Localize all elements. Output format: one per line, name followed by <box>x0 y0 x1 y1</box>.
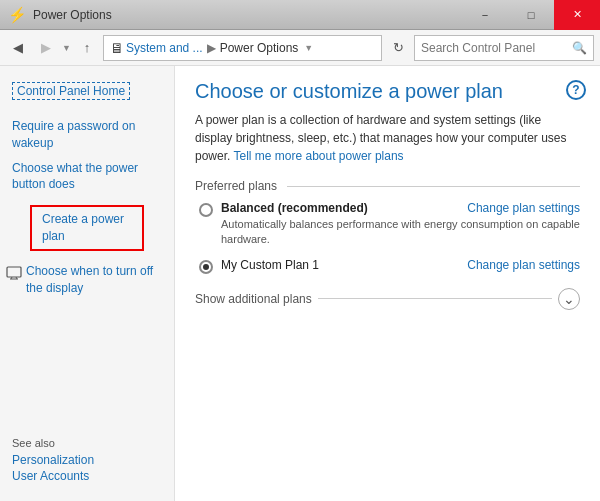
show-additional-label: Show additional plans <box>195 292 312 306</box>
balanced-radio[interactable] <box>199 203 213 217</box>
breadcrumb-sep1: ▶ <box>207 41 216 55</box>
close-button[interactable]: ✕ <box>554 0 600 30</box>
balanced-plan-name: Balanced (recommended) <box>221 201 368 215</box>
content-area: ? Choose or customize a power plan A pow… <box>175 66 600 501</box>
title-bar-title: Power Options <box>33 8 112 22</box>
sidebar-item-turn-off-row: Choose when to turn off the display <box>0 259 174 301</box>
title-bar: ⚡ Power Options − □ ✕ <box>0 0 600 30</box>
see-also: See also Personalization User Accounts <box>0 427 174 491</box>
minimize-button[interactable]: − <box>462 0 508 30</box>
sidebar-item-turn-off-display[interactable]: Choose when to turn off the display <box>26 263 168 297</box>
up-button[interactable]: ↑ <box>75 36 99 60</box>
custom-plan-name: My Custom Plan 1 <box>221 258 319 272</box>
balanced-plan-desc: Automatically balances performance with … <box>221 217 580 248</box>
see-also-label: See also <box>12 437 162 449</box>
see-also-user-accounts[interactable]: User Accounts <box>12 469 162 483</box>
custom-plan-info: My Custom Plan 1 Change plan settings <box>221 258 580 272</box>
search-input[interactable] <box>421 41 572 55</box>
balanced-plan-info: Balanced (recommended) Change plan setti… <box>221 201 580 248</box>
content-title: Choose or customize a power plan <box>195 80 580 103</box>
search-box: 🔍 <box>414 35 594 61</box>
divider-line <box>318 298 552 299</box>
back-button[interactable]: ◀ <box>6 36 30 60</box>
refresh-button[interactable]: ↻ <box>386 36 410 60</box>
plan-item-balanced: Balanced (recommended) Change plan setti… <box>195 201 580 248</box>
content-description: A power plan is a collection of hardware… <box>195 111 580 165</box>
sidebar-item-create-plan[interactable]: Create a power plan <box>30 205 144 251</box>
chevron-down-icon: ⌄ <box>563 292 575 306</box>
see-also-personalization[interactable]: Personalization <box>12 453 162 467</box>
preferred-plans-label: Preferred plans <box>195 179 580 193</box>
sidebar-item-require-password[interactable]: Require a password on wakeup <box>0 114 174 156</box>
monitor-icon <box>6 265 22 281</box>
sidebar-home: Control Panel Home <box>0 76 174 106</box>
custom-radio[interactable] <box>199 260 213 274</box>
sidebar: Control Panel Home Require a password on… <box>0 66 175 501</box>
breadcrumb: 🖥 System and ... ▶ Power Options ▼ <box>103 35 382 61</box>
breadcrumb-system[interactable]: System and ... <box>126 41 203 55</box>
search-icon: 🔍 <box>572 41 587 55</box>
show-additional-row: Show additional plans ⌄ <box>195 288 580 310</box>
nav-bar: ◀ ▶ ▼ ↑ 🖥 System and ... ▶ Power Options… <box>0 30 600 66</box>
custom-change-link[interactable]: Change plan settings <box>467 258 580 272</box>
tell-me-link[interactable]: Tell me more about power plans <box>233 149 403 163</box>
maximize-button[interactable]: □ <box>508 0 554 30</box>
forward-button[interactable]: ▶ <box>34 36 58 60</box>
main-layout: Control Panel Home Require a password on… <box>0 66 600 501</box>
help-icon[interactable]: ? <box>566 80 586 100</box>
control-panel-home-link[interactable]: Control Panel Home <box>12 82 130 100</box>
svg-rect-0 <box>7 267 21 277</box>
nav-dropdown-arrow[interactable]: ▼ <box>62 43 71 53</box>
app-icon: ⚡ <box>8 6 27 24</box>
expand-button[interactable]: ⌄ <box>558 288 580 310</box>
sidebar-item-power-button[interactable]: Choose what the power button does <box>0 156 174 198</box>
breadcrumb-icon: 🖥 <box>110 40 124 56</box>
plan-item-custom: My Custom Plan 1 Change plan settings <box>195 258 580 274</box>
breadcrumb-current: Power Options <box>220 41 299 55</box>
balanced-change-link[interactable]: Change plan settings <box>467 201 580 215</box>
breadcrumb-dropdown[interactable]: ▼ <box>304 43 313 53</box>
